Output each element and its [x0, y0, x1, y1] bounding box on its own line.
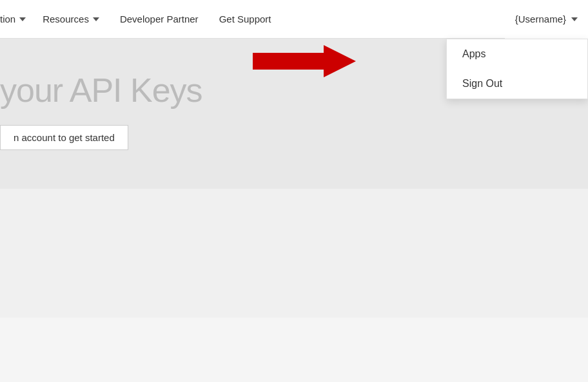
nav-item-developer-partner[interactable]: Developer Partner [110, 0, 209, 39]
username-menu[interactable]: {Username} [505, 0, 588, 39]
resources-label: Resources [43, 14, 89, 24]
hero-button-label: n account to get started [14, 132, 115, 143]
chevron-down-icon [571, 17, 578, 21]
user-dropdown-menu: Apps Sign Out [446, 39, 588, 99]
navbar-left: tion Resources Developer Partner Get Sup… [0, 0, 505, 39]
developer-partner-label: Developer Partner [120, 14, 199, 24]
nav-item-resources[interactable]: Resources [32, 0, 110, 39]
dropdown-item-apps[interactable]: Apps [447, 39, 587, 69]
hero-cta-button[interactable]: n account to get started [0, 125, 128, 150]
nav-item-get-support[interactable]: Get Support [209, 0, 282, 39]
get-support-label: Get Support [219, 14, 271, 24]
partial-nav-label: tion [0, 14, 15, 24]
bottom-area [0, 189, 588, 318]
dropdown-item-sign-out[interactable]: Sign Out [447, 69, 587, 99]
nav-item-partial[interactable]: tion [0, 0, 32, 39]
username-label: {Username} [515, 14, 566, 24]
chevron-down-icon [93, 17, 99, 21]
navbar: tion Resources Developer Partner Get Sup… [0, 0, 588, 39]
chevron-down-icon [19, 17, 26, 21]
navbar-right: {Username} Apps Sign Out [505, 0, 588, 39]
